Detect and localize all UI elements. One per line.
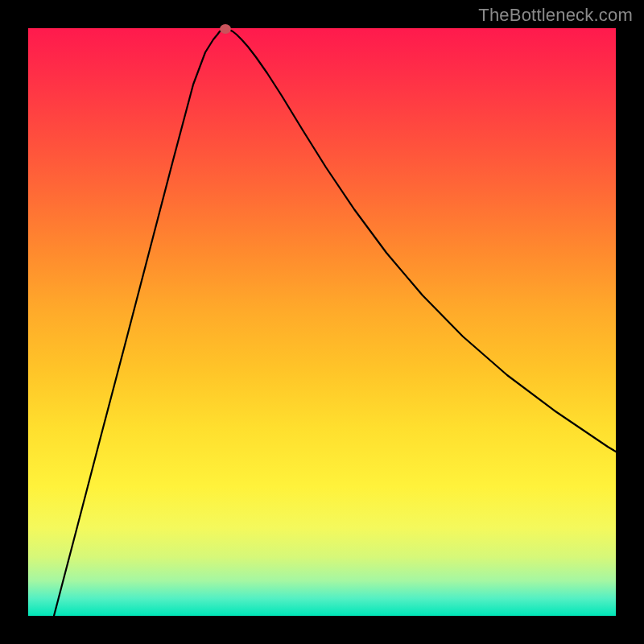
bottleneck-curve (28, 28, 616, 616)
chart-plot-area (28, 28, 616, 616)
chart-frame: TheBottleneck.com (0, 0, 644, 644)
optimum-marker (220, 24, 231, 34)
watermark-text: TheBottleneck.com (478, 5, 633, 26)
